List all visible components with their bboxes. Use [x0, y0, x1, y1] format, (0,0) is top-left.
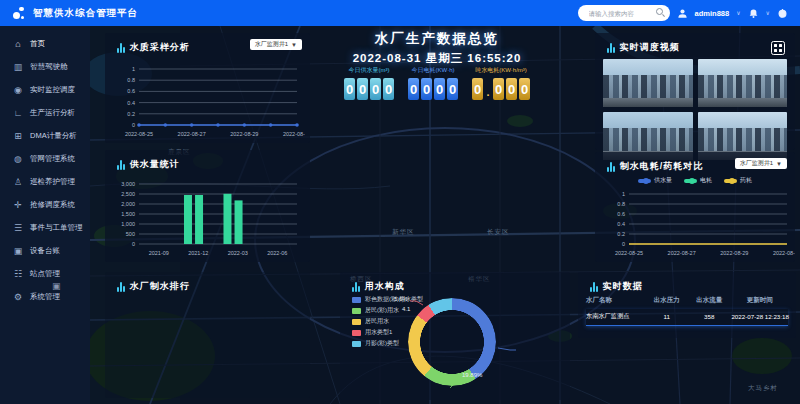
svg-text:1,000: 1,000 — [121, 221, 135, 227]
video-thumbnail-2[interactable] — [698, 59, 788, 107]
sidebar-item-label: 抢修调度系统 — [30, 200, 75, 210]
table-cell: 11 — [647, 313, 687, 320]
column-header: 水厂名称 — [586, 296, 647, 305]
digit-separator: . — [485, 78, 491, 100]
water-quality-station-select[interactable]: 水厂监测井1▼ — [250, 39, 302, 50]
sidebar-item-label: 站点管理 — [30, 269, 60, 279]
user-chevron-icon[interactable]: ∨ — [736, 10, 740, 16]
bell-chevron-icon[interactable]: ∨ — [766, 10, 770, 16]
svg-text:1,500: 1,500 — [121, 211, 135, 217]
realtime-table: 水厂名称出水压力出水流量更新时间东南水厂监测点113582022-07-28 1… — [586, 296, 788, 326]
donut-leader-lines — [340, 272, 570, 400]
legend-marker-icon — [638, 179, 651, 183]
video-grid-layout-icon[interactable] — [771, 41, 785, 55]
legend-marker-icon — [724, 179, 737, 183]
power-compare-station-select[interactable]: 水厂监测井1▼ — [735, 158, 787, 169]
svg-text:2022-08-31: 2022-08-31 — [283, 131, 305, 137]
sidebar-item-11[interactable]: ☷站点管理 — [0, 262, 90, 285]
analysis-icon: ∟ — [13, 108, 23, 118]
legend-marker-icon — [684, 179, 697, 183]
svg-text:2021-09: 2021-09 — [149, 250, 169, 256]
sidebar-item-10[interactable]: ▣设备台账 — [0, 239, 90, 262]
metric-counters: 今日供水量(m³)0000今日电耗(KW·h)0000吨水电耗(KW·h/m³)… — [300, 66, 574, 100]
donut-label: 19.89% — [462, 372, 482, 378]
sidebar-item-6[interactable]: ◍管网管理系统 — [0, 147, 90, 170]
overview-header: 水厂生产数据总览 2022-08-31 星期三 16:55:20 — [300, 30, 574, 66]
metric-group: 今日供水量(m³)0000 — [344, 66, 394, 100]
sidebar-item-label: 实时监控调度 — [30, 85, 75, 95]
search-box[interactable] — [578, 5, 670, 21]
legend-item[interactable]: 供水量 — [638, 176, 672, 185]
metric-group: 今日电耗(KW·h)0000 — [408, 66, 458, 100]
sidebar-collapse-icon[interactable]: ▣ — [52, 281, 61, 291]
search-icon[interactable] — [656, 8, 663, 15]
svg-text:500: 500 — [126, 231, 135, 237]
svg-text:1: 1 — [132, 66, 135, 72]
svg-text:2,000: 2,000 — [121, 201, 135, 207]
map-district-label: 大马乡村 — [748, 384, 778, 393]
svg-text:0: 0 — [622, 241, 625, 247]
digit-box: 0 — [421, 78, 432, 100]
panel-power-compare: 制水电耗/药耗对比 水厂监测井1▼ 供水量电耗药耗 10.80.60.40.20… — [595, 152, 795, 262]
digit-box: 0 — [370, 78, 381, 100]
repair-icon: ✛ — [13, 200, 23, 210]
digit-box: 0 — [506, 78, 517, 100]
power-icon[interactable] — [777, 8, 788, 19]
chevron-down-icon: ▼ — [776, 161, 782, 167]
sidebar-item-label: 事件与工单管理 — [30, 223, 83, 233]
sidebar-item-5[interactable]: ⊞DMA计量分析 — [0, 124, 90, 147]
svg-text:2021-12: 2021-12 — [188, 250, 208, 256]
panel-title-text: 制水电耗/药耗对比 — [620, 160, 704, 173]
metric-label: 今日电耗(KW·h) — [408, 66, 458, 75]
datetime: 2022-08-31 星期三 16:55:20 — [300, 51, 574, 66]
notification-bell-icon[interactable] — [748, 8, 759, 19]
digit-box: 0 — [408, 78, 419, 100]
panel-water-quality: 水质采样分析 水厂监测井1▼ 10.80.60.40.202022-08-252… — [105, 33, 310, 143]
table-row[interactable]: 东南水厂监测点113582022-07-28 12:23:18 — [586, 309, 788, 326]
sidebar-menu: ⌂首页▥智慧驾驶舱◉实时监控调度∟生产运行分析⊞DMA计量分析◍管网管理系统♙巡… — [0, 32, 90, 308]
digit-box: 0 — [434, 78, 445, 100]
legend-item[interactable]: 电耗 — [684, 176, 712, 185]
cockpit-icon: ▥ — [13, 62, 23, 72]
sidebar-item-1[interactable]: ⌂首页 — [0, 32, 90, 55]
username[interactable]: admin888 — [695, 9, 730, 18]
sidebar-item-12[interactable]: ⚙系统管理 — [0, 285, 90, 308]
sidebar-item-label: 系统管理 — [30, 292, 60, 302]
table-header-row: 水厂名称出水压力出水流量更新时间 — [586, 296, 788, 309]
video-thumbnail-1[interactable] — [603, 59, 693, 107]
legend-item[interactable]: 药耗 — [724, 176, 752, 185]
digit-box: 0 — [519, 78, 530, 100]
chevron-down-icon: ▼ — [291, 42, 297, 48]
map-district-label: 新华区 — [392, 228, 415, 237]
equalizer-icon — [607, 162, 615, 172]
work-order-icon: ☰ — [13, 223, 23, 233]
search-input[interactable] — [587, 9, 652, 18]
user-icon[interactable] — [677, 8, 688, 19]
sidebar-item-3[interactable]: ◉实时监控调度 — [0, 78, 90, 101]
sidebar-item-9[interactable]: ☰事件与工单管理 — [0, 216, 90, 239]
sidebar-item-7[interactable]: ♙巡检养护管理 — [0, 170, 90, 193]
sidebar: ⌂首页▥智慧驾驶舱◉实时监控调度∟生产运行分析⊞DMA计量分析◍管网管理系统♙巡… — [0, 26, 90, 404]
svg-text:2022-08-27: 2022-08-27 — [668, 250, 696, 256]
svg-text:0.4: 0.4 — [617, 221, 625, 227]
panel-title-text: 供水量统计 — [130, 158, 180, 171]
svg-text:0.6: 0.6 — [617, 211, 625, 217]
digit-box: 0 — [447, 78, 458, 100]
svg-text:2022-03: 2022-03 — [228, 250, 248, 256]
supply-bar-chart: 3,0002,5002,0001,5001,00050002021-092021… — [111, 178, 305, 258]
svg-text:0: 0 — [132, 241, 135, 247]
svg-text:2022-08-25: 2022-08-25 — [125, 131, 153, 137]
equalizer-icon — [117, 160, 125, 170]
legend-label: 供水量 — [654, 176, 672, 185]
sidebar-item-2[interactable]: ▥智慧驾驶舱 — [0, 55, 90, 78]
donut-label: 5.6% — [394, 296, 408, 302]
panel-supply-stats: 供水量统计 3,0002,5002,0001,5001,00050002021-… — [105, 150, 310, 262]
legend-label: 电耗 — [700, 176, 712, 185]
equalizer-icon — [590, 282, 598, 292]
table-cell: 东南水厂监测点 — [586, 312, 647, 321]
panel-plant-ranking: 水厂制水排行 — [105, 272, 310, 398]
digit-box: 0 — [344, 78, 355, 100]
sidebar-item-4[interactable]: ∟生产运行分析 — [0, 101, 90, 124]
svg-text:3,000: 3,000 — [121, 181, 135, 187]
sidebar-item-8[interactable]: ✛抢修调度系统 — [0, 193, 90, 216]
